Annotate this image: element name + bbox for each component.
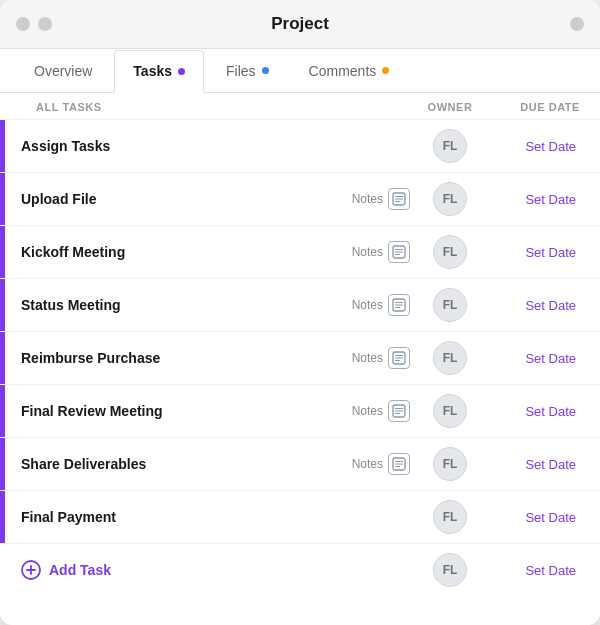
task-due-0: Set Date bbox=[490, 139, 580, 154]
task-avatar-3: FL bbox=[433, 288, 467, 322]
add-task-avatar: FL bbox=[433, 553, 467, 587]
task-name-7: Final Payment bbox=[5, 509, 410, 525]
task-left-6: Share Deliverables Notes bbox=[0, 438, 410, 490]
task-name-0: Assign Tasks bbox=[5, 138, 410, 154]
task-set-date-2[interactable]: Set Date bbox=[525, 245, 576, 260]
task-avatar-6: FL bbox=[433, 447, 467, 481]
notes-label-2: Notes bbox=[352, 245, 383, 259]
titlebar: Project bbox=[0, 0, 600, 49]
task-set-date-4[interactable]: Set Date bbox=[525, 351, 576, 366]
task-due-6: Set Date bbox=[490, 457, 580, 472]
task-notes-4[interactable]: Notes bbox=[352, 347, 410, 369]
task-left-7: Final Payment bbox=[0, 491, 410, 543]
notes-label-1: Notes bbox=[352, 192, 383, 206]
task-name-1: Upload File bbox=[5, 191, 352, 207]
notes-icon-5[interactable] bbox=[388, 400, 410, 422]
table-row: Share Deliverables Notes FL bbox=[0, 438, 600, 491]
task-set-date-0[interactable]: Set Date bbox=[525, 139, 576, 154]
task-rows: Assign Tasks FL Set Date Upload File Not… bbox=[0, 120, 600, 544]
task-name-2: Kickoff Meeting bbox=[5, 244, 352, 260]
tab-files-dot bbox=[262, 67, 269, 74]
task-set-date-6[interactable]: Set Date bbox=[525, 457, 576, 472]
task-notes-2[interactable]: Notes bbox=[352, 241, 410, 263]
window-title: Project bbox=[271, 14, 329, 34]
task-set-date-3[interactable]: Set Date bbox=[525, 298, 576, 313]
task-due-3: Set Date bbox=[490, 298, 580, 313]
task-due-2: Set Date bbox=[490, 245, 580, 260]
task-due-4: Set Date bbox=[490, 351, 580, 366]
task-owner-5: FL bbox=[410, 394, 490, 428]
traffic-light-min[interactable] bbox=[38, 17, 52, 31]
task-avatar-0: FL bbox=[433, 129, 467, 163]
add-task-label[interactable]: Add Task bbox=[49, 562, 111, 578]
task-avatar-4: FL bbox=[433, 341, 467, 375]
add-task-set-date[interactable]: Set Date bbox=[525, 563, 576, 578]
add-task-due: Set Date bbox=[490, 563, 580, 578]
notes-label-5: Notes bbox=[352, 404, 383, 418]
notes-label-6: Notes bbox=[352, 457, 383, 471]
table-row: Final Payment FL Set Date bbox=[0, 491, 600, 544]
task-notes-3[interactable]: Notes bbox=[352, 294, 410, 316]
task-set-date-5[interactable]: Set Date bbox=[525, 404, 576, 419]
task-avatar-7: FL bbox=[433, 500, 467, 534]
table-header: ALL TASKS OWNER DUE DATE bbox=[0, 93, 600, 120]
task-owner-4: FL bbox=[410, 341, 490, 375]
task-notes-5[interactable]: Notes bbox=[352, 400, 410, 422]
task-avatar-5: FL bbox=[433, 394, 467, 428]
task-notes-6[interactable]: Notes bbox=[352, 453, 410, 475]
table-row: Final Review Meeting Notes FL bbox=[0, 385, 600, 438]
task-name-3: Status Meeting bbox=[5, 297, 352, 313]
tasks-table: ALL TASKS OWNER DUE DATE Assign Tasks FL… bbox=[0, 93, 600, 625]
tab-tasks[interactable]: Tasks bbox=[114, 50, 204, 93]
task-notes-1[interactable]: Notes bbox=[352, 188, 410, 210]
traffic-light-extra[interactable] bbox=[570, 17, 584, 31]
task-due-1: Set Date bbox=[490, 192, 580, 207]
task-avatar-1: FL bbox=[433, 182, 467, 216]
task-left-1: Upload File Notes bbox=[0, 173, 410, 225]
add-task-left: Add Task bbox=[0, 560, 410, 580]
tab-overview[interactable]: Overview bbox=[16, 50, 110, 93]
header-owner: OWNER bbox=[410, 101, 490, 113]
header-all-tasks: ALL TASKS bbox=[36, 101, 410, 113]
tab-comments-label: Comments bbox=[309, 63, 377, 79]
table-row: Reimburse Purchase Notes FL bbox=[0, 332, 600, 385]
tab-tasks-dot bbox=[178, 68, 185, 75]
task-set-date-7[interactable]: Set Date bbox=[525, 510, 576, 525]
tab-comments-dot bbox=[382, 67, 389, 74]
task-owner-6: FL bbox=[410, 447, 490, 481]
notes-icon-1[interactable] bbox=[388, 188, 410, 210]
tab-overview-label: Overview bbox=[34, 63, 92, 79]
traffic-light-close[interactable] bbox=[16, 17, 30, 31]
tab-files[interactable]: Files bbox=[208, 50, 287, 93]
table-row: Kickoff Meeting Notes FL bbox=[0, 226, 600, 279]
task-left-3: Status Meeting Notes bbox=[0, 279, 410, 331]
task-avatar-2: FL bbox=[433, 235, 467, 269]
task-owner-0: FL bbox=[410, 129, 490, 163]
notes-label-3: Notes bbox=[352, 298, 383, 312]
tab-files-label: Files bbox=[226, 63, 256, 79]
notes-icon-2[interactable] bbox=[388, 241, 410, 263]
app-window: Project Overview Tasks Files Comments AL… bbox=[0, 0, 600, 625]
table-row: Assign Tasks FL Set Date bbox=[0, 120, 600, 173]
table-row: Status Meeting Notes FL S bbox=[0, 279, 600, 332]
tab-comments[interactable]: Comments bbox=[291, 50, 408, 93]
header-due-date: DUE DATE bbox=[490, 101, 580, 113]
task-owner-1: FL bbox=[410, 182, 490, 216]
notes-label-4: Notes bbox=[352, 351, 383, 365]
task-due-7: Set Date bbox=[490, 510, 580, 525]
tab-bar: Overview Tasks Files Comments bbox=[0, 49, 600, 93]
window-controls bbox=[16, 17, 52, 31]
task-left-5: Final Review Meeting Notes bbox=[0, 385, 410, 437]
task-set-date-1[interactable]: Set Date bbox=[525, 192, 576, 207]
notes-icon-6[interactable] bbox=[388, 453, 410, 475]
task-left-2: Kickoff Meeting Notes bbox=[0, 226, 410, 278]
add-task-owner: FL bbox=[410, 553, 490, 587]
task-due-5: Set Date bbox=[490, 404, 580, 419]
add-task-icon[interactable] bbox=[21, 560, 41, 580]
task-owner-3: FL bbox=[410, 288, 490, 322]
notes-icon-3[interactable] bbox=[388, 294, 410, 316]
task-name-4: Reimburse Purchase bbox=[5, 350, 352, 366]
task-left-4: Reimburse Purchase Notes bbox=[0, 332, 410, 384]
notes-icon-4[interactable] bbox=[388, 347, 410, 369]
tab-tasks-label: Tasks bbox=[133, 63, 172, 79]
